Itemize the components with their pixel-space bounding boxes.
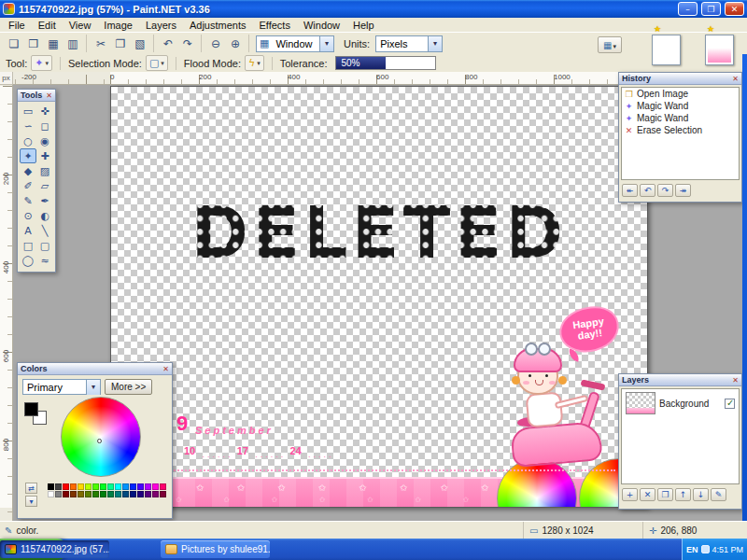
move-selected-pixels-tool[interactable]: ✜ xyxy=(36,104,53,119)
color-swatch[interactable] xyxy=(78,491,84,497)
color-swatch[interactable] xyxy=(48,483,54,490)
paintbrush-tool[interactable]: ✐ xyxy=(20,178,36,193)
close-button[interactable]: ✕ xyxy=(725,2,744,16)
open-button[interactable]: ❒ xyxy=(24,35,43,52)
move-layer-down-button[interactable]: ↓ xyxy=(693,488,709,501)
primary-secondary-swatches[interactable] xyxy=(24,402,49,427)
selection-mode-select[interactable]: ▢ xyxy=(146,55,168,71)
history-item[interactable]: ❒ Open Image xyxy=(622,88,739,100)
tolerance-slider[interactable]: 50% xyxy=(335,56,436,70)
ellipse-select-tool[interactable]: ○ xyxy=(20,133,36,148)
color-swatch[interactable] xyxy=(115,491,121,497)
swap-colors-button[interactable]: ⇄ xyxy=(25,483,37,494)
menu-item[interactable]: Layers xyxy=(139,20,183,31)
active-tool-select[interactable]: ✦ xyxy=(31,55,52,71)
more-button[interactable]: More >> xyxy=(105,379,152,395)
color-swatch[interactable] xyxy=(137,483,144,490)
color-swatch[interactable] xyxy=(100,483,106,490)
color-swatch[interactable] xyxy=(48,491,54,497)
zoom-in-button[interactable]: ⊕ xyxy=(226,35,245,52)
layer-row[interactable]: Background xyxy=(622,389,739,417)
close-icon[interactable]: ✕ xyxy=(162,365,169,373)
palette-menu-button[interactable]: ▾ xyxy=(25,496,37,507)
menu-item[interactable]: Edit xyxy=(32,20,63,31)
color-swatch[interactable] xyxy=(92,491,99,497)
zoom-tool[interactable]: ◉ xyxy=(36,133,53,148)
pan-tool[interactable]: ✚ xyxy=(36,148,53,163)
image-thumbnail[interactable]: ★ xyxy=(705,35,734,65)
paint-bucket-tool[interactable]: ◆ xyxy=(20,163,36,178)
text-tool[interactable]: A xyxy=(20,223,36,238)
color-swatch[interactable] xyxy=(115,483,121,490)
freeform-shape-tool[interactable]: ≈ xyxy=(36,253,53,268)
paste-button[interactable]: ▧ xyxy=(131,35,149,52)
history-redo-button[interactable]: ↷ xyxy=(657,184,673,197)
menu-item[interactable]: File xyxy=(2,20,32,31)
color-swatch[interactable] xyxy=(160,483,166,490)
line-curve-tool[interactable]: ╲ xyxy=(36,223,53,238)
layer-visibility-checkbox[interactable] xyxy=(725,399,735,409)
fast-forward-button[interactable]: ↠ xyxy=(675,184,691,197)
clock[interactable]: 4:51 PM xyxy=(712,545,744,554)
canvas[interactable]: DELETED Happy day!! xyxy=(110,86,648,508)
color-swatch[interactable] xyxy=(145,491,151,497)
color-swatch[interactable] xyxy=(55,491,62,497)
taskbar-window-button[interactable]: 1157470922.jpg (57... xyxy=(0,540,109,558)
gradient-tool[interactable]: ▨ xyxy=(36,163,53,178)
rounded-rectangle-tool[interactable]: ▢ xyxy=(36,238,53,253)
magic-wand-tool[interactable]: ✦ xyxy=(20,148,36,163)
undo-button[interactable]: ↶ xyxy=(159,35,177,52)
color-swatch[interactable] xyxy=(107,491,114,497)
color-swatch[interactable] xyxy=(70,483,77,490)
rewind-button[interactable]: ↞ xyxy=(622,184,638,197)
color-picker-tool[interactable]: ✒ xyxy=(36,193,53,208)
menu-item[interactable]: Help xyxy=(346,20,381,31)
maximize-button[interactable]: ❐ xyxy=(701,2,721,16)
color-swatch[interactable] xyxy=(145,483,151,490)
color-swatch[interactable] xyxy=(107,483,114,490)
color-swatch[interactable] xyxy=(137,491,144,497)
ellipse-tool[interactable]: ◯ xyxy=(20,253,36,268)
minimize-button[interactable]: – xyxy=(678,2,698,16)
image-thumbnail[interactable]: ★ xyxy=(652,35,681,65)
color-swatch[interactable] xyxy=(63,491,69,497)
history-item[interactable]: ✦ Magic Wand xyxy=(622,100,739,112)
palette-titlebar[interactable]: Colors ✕ xyxy=(18,363,172,375)
rectangle-tool[interactable]: □ xyxy=(20,238,36,253)
close-icon[interactable]: ✕ xyxy=(732,376,739,385)
menu-item[interactable]: Adjustments xyxy=(183,20,253,31)
color-swatch[interactable] xyxy=(152,483,159,490)
color-swatch[interactable] xyxy=(85,483,92,490)
color-swatch[interactable] xyxy=(130,483,136,490)
copy-button[interactable]: ❐ xyxy=(111,35,130,52)
volume-icon[interactable] xyxy=(701,545,710,553)
add-layer-button[interactable]: + xyxy=(622,488,638,501)
palette-titlebar[interactable]: Tools ✕ xyxy=(18,90,55,102)
primary-color-swatch[interactable] xyxy=(24,402,38,416)
taskbar-window-button[interactable]: Pictures by shulee91... xyxy=(161,540,270,558)
units-select[interactable]: Pixels xyxy=(375,35,443,52)
layer-properties-button[interactable]: ✎ xyxy=(711,488,726,501)
color-swatch[interactable] xyxy=(70,491,77,497)
close-icon[interactable]: ✕ xyxy=(46,91,52,100)
history-undo-button[interactable]: ↶ xyxy=(640,184,655,197)
menu-item[interactable]: Image xyxy=(97,20,139,31)
menu-item[interactable]: Window xyxy=(297,20,346,31)
zoom-mode-select[interactable]: ▦ Window xyxy=(256,35,334,52)
zoom-out-button[interactable]: ⊖ xyxy=(206,35,225,52)
rectangle-select-tool[interactable]: ▭ xyxy=(20,104,36,119)
print-button[interactable]: ▥ xyxy=(63,35,82,52)
menu-item[interactable]: View xyxy=(63,20,98,31)
color-swatch[interactable] xyxy=(130,491,136,497)
color-swatch[interactable] xyxy=(160,491,166,497)
image-list-dropdown[interactable]: ▦ xyxy=(598,36,622,53)
pencil-tool[interactable]: ✎ xyxy=(20,193,36,208)
lasso-select-tool[interactable]: ∽ xyxy=(20,119,36,133)
history-item[interactable]: ✕ Erase Selection xyxy=(622,124,739,136)
move-layer-up-button[interactable]: ↑ xyxy=(675,488,691,501)
close-icon[interactable]: ✕ xyxy=(732,75,739,83)
color-swatch[interactable] xyxy=(122,491,129,497)
color-wheel[interactable] xyxy=(61,397,141,477)
redo-button[interactable]: ↷ xyxy=(178,35,197,52)
color-swatch[interactable] xyxy=(85,491,92,497)
